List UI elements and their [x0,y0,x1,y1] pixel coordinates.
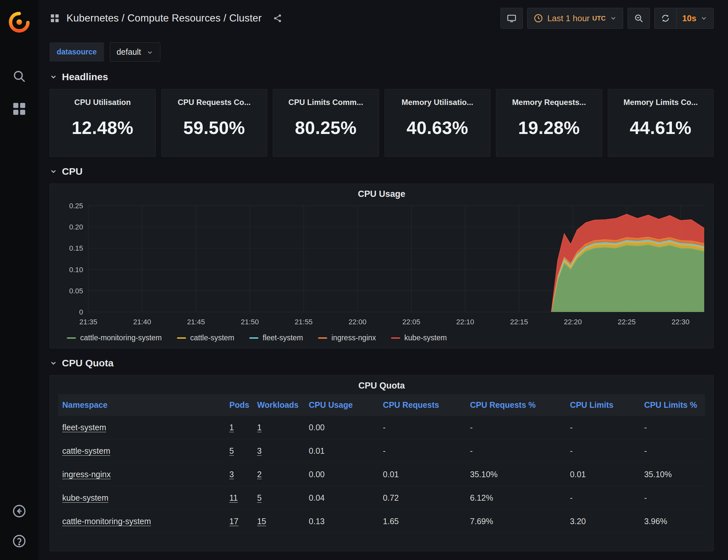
svg-text:0.05: 0.05 [69,287,83,295]
column-header[interactable]: CPU Requests [379,394,466,416]
drilldown-link[interactable]: 1 [230,423,234,432]
legend-label: cattle-system [190,333,234,342]
search-icon[interactable] [12,69,26,83]
legend-item[interactable]: fleet-system [249,333,303,342]
drilldown-link[interactable]: 11 [230,493,238,502]
svg-text:22:05: 22:05 [402,318,420,326]
share-icon[interactable] [273,13,283,23]
drilldown-link[interactable]: 17 [230,517,239,526]
cpu-requests-pct-cell: 6.12% [466,486,566,510]
chart-title[interactable]: CPU Usage [56,189,707,199]
refresh-button[interactable] [654,8,676,29]
cpu-requests-cell: 0.72 [379,486,466,510]
cpu-limits-pct-cell: 35.10% [640,463,705,486]
drilldown-link[interactable]: 1 [257,423,262,432]
drilldown-link[interactable]: 3 [257,446,262,455]
stat-panel-title: CPU Requests Co... [178,98,251,107]
cpu-limits-cell: - [566,439,640,463]
svg-text:0.20: 0.20 [69,223,83,231]
workloads-cell: 3 [253,439,305,463]
namespace-cell: fleet-system [58,416,226,439]
dashboards-icon[interactable] [12,102,26,116]
svg-text:0: 0 [79,308,83,316]
column-header[interactable]: CPU Requests % [466,394,566,416]
svg-text:22:00: 22:00 [349,318,366,326]
section-title: CPU Quota [62,358,113,369]
legend-item[interactable]: kube-system [391,333,447,342]
cpu-limits-cell: - [566,416,640,439]
chevron-down-icon [50,168,57,175]
svg-text:21:50: 21:50 [241,318,259,326]
stat-panel-value: 12.48% [72,117,134,138]
column-header[interactable]: CPU Limits [566,394,640,416]
help-icon[interactable] [12,534,26,548]
stats-row: CPU Utilisation12.48%CPU Requests Co...5… [50,89,714,157]
refresh-interval-label: 10s [682,13,696,23]
section-header-cpu-quota[interactable]: CPU Quota [50,358,714,369]
stat-panel-title: CPU Utilisation [74,98,131,107]
stat-panel-value: 59.50% [183,117,245,138]
section-header-headlines[interactable]: Headlines [50,71,714,82]
drilldown-link[interactable]: 5 [257,493,262,502]
drilldown-link[interactable]: 15 [257,517,266,526]
cpu-limits-pct-cell: - [640,439,705,463]
stat-panel-value: 40.63% [406,117,468,138]
cpu-usage-chart: 00.050.100.150.200.2521:3521:4021:4521:5… [56,202,707,328]
namespace-cell: cattle-system [58,439,226,463]
stat-panel-title: Memory Utilisatio... [401,98,473,107]
pods-cell: 17 [226,510,253,533]
svg-text:0.25: 0.25 [69,202,83,210]
workloads-cell: 15 [253,510,305,533]
column-header[interactable]: Workloads [253,394,305,416]
refresh-interval-picker[interactable]: 10s [676,8,714,29]
cpu-requests-cell: - [379,416,466,439]
grafana-logo-icon[interactable] [8,11,30,33]
namespace-link[interactable]: fleet-system [62,423,106,432]
refresh-group: 10s [654,8,714,29]
namespace-cell: ingress-nginx [58,463,226,486]
stat-panel-value: 80.25% [295,117,357,138]
stat-panel: Memory Requests...19.28% [496,89,602,157]
cpu-quota-table: NamespacePodsWorkloadsCPU UsageCPU Reque… [58,394,705,533]
stat-panel-title: Memory Requests... [512,98,586,107]
zoom-out-button[interactable] [628,8,650,29]
workloads-cell: 1 [253,416,305,439]
namespace-link[interactable]: ingress-nginx [62,470,111,479]
cpu-requests-pct-cell: - [466,439,566,463]
cpu-requests-cell: - [379,439,466,463]
legend-item[interactable]: ingress-nginx [318,333,376,342]
stat-panel: Memory Utilisatio...40.63% [384,89,491,157]
section-title: CPU [62,166,82,177]
chevron-down-icon [50,359,57,367]
main-area: Kubernetes / Compute Resources / Cluster… [38,0,728,560]
column-header[interactable]: CPU Limits % [640,394,705,416]
svg-text:21:55: 21:55 [295,318,313,326]
svg-text:21:40: 21:40 [133,318,151,326]
column-header[interactable]: Namespace [58,394,226,416]
legend-label: kube-system [404,333,447,342]
cpu-quota-tbody: fleet-system110.00----cattle-system530.0… [58,416,705,533]
legend-swatch [249,337,259,339]
column-header[interactable]: CPU Usage [305,394,379,416]
table-title[interactable]: CPU Quota [58,381,705,391]
svg-text:22:15: 22:15 [510,318,528,326]
drilldown-link[interactable]: 5 [230,446,234,455]
page-title[interactable]: Kubernetes / Compute Resources / Cluster [67,12,262,24]
namespace-link[interactable]: cattle-monitoring-system [62,517,151,526]
stat-panel-title: Memory Limits Co... [623,98,698,107]
section-header-cpu[interactable]: CPU [50,166,714,177]
namespace-link[interactable]: kube-system [62,493,109,502]
column-header[interactable]: Pods [226,394,253,416]
time-range-picker[interactable]: Last 1 hour UTC [527,8,623,29]
drilldown-link[interactable]: 3 [230,470,234,479]
toolbar-controls: Last 1 hour UTC 10s [500,8,714,29]
svg-text:0.10: 0.10 [69,266,83,274]
datasource-select[interactable]: default [110,42,160,62]
legend-item[interactable]: cattle-system [177,333,234,342]
legend-item[interactable]: cattle-monitoring-system [67,333,162,342]
sign-out-icon[interactable] [12,504,26,518]
tv-mode-button[interactable] [500,8,523,29]
drilldown-link[interactable]: 2 [257,470,262,479]
cpu-limits-cell: 3.20 [566,510,640,533]
namespace-link[interactable]: cattle-system [62,446,110,455]
